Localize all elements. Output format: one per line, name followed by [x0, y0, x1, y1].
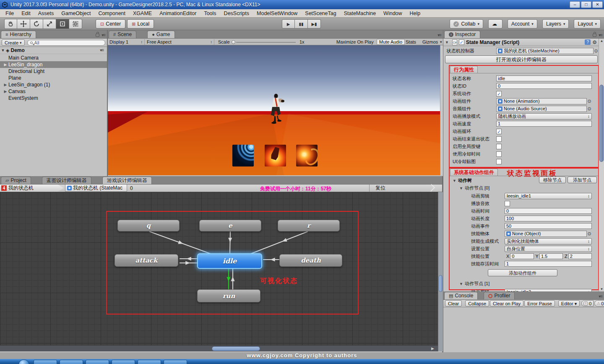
object-picker-icon[interactable]: ⊙ — [587, 106, 592, 112]
text-field[interactable]: 0 — [505, 208, 592, 214]
menu-item-statemachine[interactable]: StateMachine — [340, 9, 380, 18]
inspector-scroll-thumb[interactable] — [599, 85, 604, 162]
expand-arrow-icon[interactable]: ▶ — [3, 89, 8, 94]
pivot-local-button[interactable]: ⊞ Local — [127, 19, 154, 29]
aspect-dropdown[interactable]: Free Aspect ↕ — [145, 39, 214, 45]
dropdown[interactable]: 随机播放动画↕ — [496, 113, 592, 120]
panel-menu-icon[interactable]: ▾≡ — [102, 33, 105, 37]
game-viewport[interactable] — [108, 45, 443, 175]
taskbar-app-button[interactable] — [138, 360, 161, 364]
component-header[interactable]: ▼ C# ✓ State Manager (Script) ? ⚙ — [443, 39, 599, 46]
component-enabled-checkbox[interactable]: ✓ — [459, 39, 464, 45]
console-button-collapse[interactable]: Collapse — [465, 300, 489, 307]
menu-item-modelsetwindow[interactable]: ModelSetWindow — [253, 9, 301, 18]
taskbar-app-button[interactable] — [34, 360, 57, 364]
text-field[interactable]: 1 — [505, 261, 592, 267]
scroll-up-arrow-icon[interactable]: ▲ — [599, 39, 604, 43]
hierarchy-item-canvas[interactable]: ▶Canvas — [0, 88, 107, 95]
cloud-button[interactable]: ☁ — [488, 19, 502, 29]
rotate-tool-button[interactable] — [30, 19, 43, 29]
behavior-properties-tab[interactable]: 行为属性 — [450, 66, 478, 73]
text-field[interactable]: idle — [496, 75, 592, 81]
graph-horizontal-scrollbar[interactable]: ▶ — [0, 345, 438, 351]
mute-audio-button[interactable]: Mute Audio — [377, 39, 405, 45]
move-tool-button[interactable] — [17, 19, 30, 29]
menu-item-window[interactable]: Window — [380, 9, 406, 18]
warning-count-badge[interactable]: ⚠0 — [594, 300, 604, 307]
lock-icon[interactable] — [96, 34, 99, 37]
panel-menu-icon[interactable]: ▾≡ — [599, 294, 602, 299]
state-machine-graph[interactable]: 可视化状态 qerattackidledeathrun — [0, 192, 438, 345]
dropdown[interactable]: leesin_idle1↕ — [505, 193, 592, 199]
collab-dropdown[interactable]: ✓ Collab ▾ — [450, 19, 483, 29]
menu-item-component[interactable]: Component — [94, 9, 129, 18]
add-action-component-button[interactable]: 添加动作组件 — [488, 269, 557, 276]
skill-icon-sonic-wave[interactable] — [232, 145, 254, 166]
rect-tool-button[interactable] — [56, 19, 69, 29]
dropdown[interactable]: 实例化技能物体↕ — [505, 238, 592, 244]
title-bar[interactable]: Unity 2017.3.0f3 Personal (64bit) - Demo… — [0, 0, 604, 9]
vector-field-z[interactable]: 2 — [568, 253, 592, 259]
skill-icon-dragon-rage[interactable] — [296, 145, 318, 166]
scene-header-row[interactable]: ▼ ◈ Demo ▾≡ — [0, 47, 107, 54]
vertical-scroll-thumb[interactable] — [439, 275, 443, 292]
tab-hierarchy[interactable]: ≡ Hierarchy — [1, 31, 36, 38]
scroll-right-arrow-icon[interactable]: ▶ — [431, 346, 434, 351]
menu-item-gameobject[interactable]: GameObject — [57, 9, 94, 18]
text-field[interactable]: 0 — [496, 83, 592, 89]
game-view-scrollbar[interactable] — [440, 45, 443, 175]
start-button[interactable] — [18, 359, 29, 364]
object-picker-icon[interactable]: ⊙ — [587, 99, 592, 104]
console-button-editor[interactable]: Editor ▾ — [558, 300, 580, 307]
tab-游戏设计师编辑器[interactable]: 游戏设计师编辑器 — [102, 177, 152, 184]
dropdown[interactable]: 自身位置↕ — [505, 246, 592, 252]
console-button-error-pause[interactable]: Error Pause — [524, 300, 555, 307]
checkbox[interactable] — [505, 201, 510, 206]
state-node-idle[interactable]: idle — [197, 253, 262, 269]
scroll-down-arrow-icon[interactable]: ▼ — [599, 287, 604, 291]
skill-icon-flame-kick[interactable] — [265, 145, 286, 166]
taskbar-app-button[interactable] — [60, 360, 83, 364]
menu-item-assets[interactable]: Assets — [34, 9, 58, 18]
text-field[interactable]: 50 — [505, 223, 592, 229]
vector-field-x[interactable]: 0 — [510, 253, 534, 259]
gizmos-dropdown[interactable]: Gizmos — [420, 39, 440, 45]
create-button[interactable]: Create ▾ — [2, 39, 25, 46]
inspector-scrollbar[interactable]: ▲ ▼ — [599, 39, 604, 291]
horizontal-scroll-thumb[interactable] — [212, 346, 260, 351]
object-picker-icon[interactable]: ⊙ — [587, 231, 592, 237]
state-node-r[interactable]: r — [278, 220, 340, 231]
taskbar-app-button[interactable] — [164, 360, 187, 364]
layout-dropdown[interactable]: Layout ▾ — [574, 19, 601, 29]
tab-profiler[interactable]: Profiler — [484, 292, 515, 299]
tab-game[interactable]: ● Game — [147, 31, 174, 38]
menu-item-animationeditor[interactable]: AnimationEditor — [156, 9, 200, 18]
state-node-run[interactable]: run — [197, 289, 260, 302]
graph-vertical-scrollbar[interactable] — [438, 192, 443, 351]
state-node-death[interactable]: death — [279, 254, 342, 267]
minimize-button[interactable]: – — [570, 1, 580, 8]
text-field[interactable]: 1 — [496, 121, 592, 127]
pivot-center-button[interactable]: ⊡ Center — [96, 19, 125, 29]
action-tree-foldout[interactable]: ▼ 动作树 — [453, 177, 472, 184]
play-button[interactable]: ▶ — [282, 19, 295, 29]
menu-item-file[interactable]: File — [2, 9, 18, 18]
tab-蓝图设计师编辑器[interactable]: 蓝图设计师编辑器 — [42, 177, 91, 184]
panel-menu-icon[interactable]: ▾≡ — [437, 33, 441, 37]
step-button[interactable]: ▶▮ — [308, 19, 321, 29]
state-node-q[interactable]: q — [117, 220, 180, 231]
console-button-clear[interactable]: Clear — [445, 300, 462, 307]
console-button-clear-on-play[interactable]: Clear on Play — [490, 300, 523, 307]
expand-arrow-icon[interactable]: ▶ — [3, 62, 8, 67]
object-picker-icon[interactable]: ⊙ — [594, 48, 599, 54]
checkbox[interactable] — [496, 151, 502, 157]
stats-button[interactable]: Stats — [404, 39, 418, 45]
object-field[interactable]: None (Object) — [505, 231, 587, 237]
controller-object-field[interactable]: 我的状态机 (StateMachine) — [496, 48, 594, 54]
scale-slider[interactable] — [232, 40, 235, 44]
reset-button[interactable]: 复位 — [369, 185, 415, 192]
hierarchy-item-leesin_dragon[interactable]: ▶LeeSin_dragon — [0, 61, 107, 68]
checkbox[interactable] — [496, 136, 502, 142]
menu-item-edit[interactable]: Edit — [18, 9, 34, 18]
close-button[interactable]: ✕ — [592, 1, 603, 8]
